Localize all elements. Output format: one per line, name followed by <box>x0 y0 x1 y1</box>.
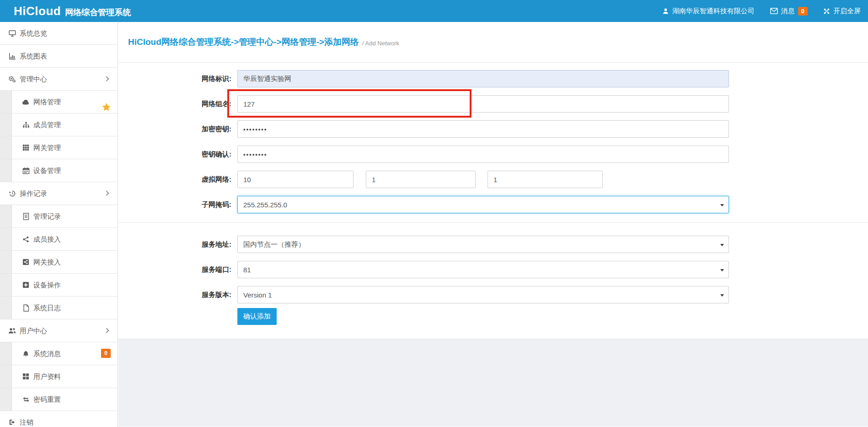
sidebar-item-label: 系统图表 <box>20 45 47 67</box>
service-version-select[interactable]: Version 1 <box>237 286 729 303</box>
fullscreen-icon <box>823 8 830 15</box>
sidebar-item-label: 网关管理 <box>33 136 61 159</box>
messages-count-badge: 0 <box>798 7 808 16</box>
key-confirm-label: 密钥确认: <box>118 150 231 159</box>
share-square-icon <box>22 259 30 265</box>
network-id-label: 网络标识: <box>118 75 231 83</box>
key-confirm-input[interactable] <box>237 146 729 163</box>
group-name-input[interactable] <box>237 95 729 113</box>
topbar: HiCloud 网络综合管理系统 湖南华辰智通科技有限公司 消息 0 开启全屏 <box>0 0 868 22</box>
envelope-icon <box>770 8 778 14</box>
sidebar-item-password-reset[interactable]: 密码重置 <box>0 388 118 411</box>
virtual-network-octet2-input[interactable] <box>366 171 476 188</box>
sidebar: 系统总览 系统图表 管理中心 网络管理 成员管理 网关管理 设备管理 操作记录 … <box>0 22 118 427</box>
sidebar-item-label: 系统日志 <box>33 297 61 319</box>
chevron-down-icon <box>720 204 724 206</box>
service-version-label: 服务版本: <box>118 291 231 299</box>
desktop-icon <box>8 30 16 37</box>
sidebar-item-label: 密码重置 <box>33 388 61 411</box>
share-icon <box>22 236 30 243</box>
service-port-select[interactable]: 81 <box>237 261 729 278</box>
app-logo: HiCloud 网络综合管理系统 <box>14 4 131 18</box>
sidebar-item-system-logs[interactable]: 系统日志 <box>0 297 118 319</box>
plus-square-icon <box>22 281 30 288</box>
service-address-label: 服务地址: <box>118 240 231 249</box>
messages-label: 消息 <box>781 7 795 16</box>
service-version-value: Version 1 <box>243 291 272 299</box>
sidebar-item-label: 用户中心 <box>20 319 47 342</box>
section-divider <box>118 222 868 223</box>
bell-icon <box>22 350 30 357</box>
sidebar-item-label: 设备操作 <box>33 274 61 296</box>
breadcrumb-suffix: / Add Network <box>362 38 399 47</box>
breadcrumb-path[interactable]: HiCloud网络综合管理系统->管理中心->网络管理->添加网络 <box>128 36 359 48</box>
sidebar-item-member-management[interactable]: 成员管理 <box>0 114 118 136</box>
group-name-label: 网络组名: <box>118 100 231 108</box>
sidebar-item-system-overview[interactable]: 系统总览 <box>0 22 118 45</box>
sidebar-item-label: 管理中心 <box>20 68 47 90</box>
brand-name: HiCloud <box>14 4 61 18</box>
sidebar-item-network-management[interactable]: 网络管理 <box>0 91 118 114</box>
sidebar-item-label: 系统总览 <box>20 22 47 44</box>
users-icon <box>8 327 16 334</box>
sidebar-item-label: 系统消息 <box>33 342 61 365</box>
subnet-mask-label: 子网掩码: <box>118 200 231 209</box>
sidebar-item-label: 网络管理 <box>33 91 61 113</box>
brand-subtitle: 网络综合管理系统 <box>65 7 131 18</box>
file-text-icon <box>22 213 30 220</box>
breadcrumb: HiCloud网络综合管理系统->管理中心->网络管理->添加网络 / Add … <box>118 22 868 63</box>
confirm-add-button[interactable]: 确认添加 <box>237 308 277 325</box>
account-menu[interactable]: 湖南华辰智通科技有限公司 <box>662 7 755 16</box>
main-content: HiCloud网络综合管理系统->管理中心->网络管理->添加网络 / Add … <box>118 22 868 427</box>
virtual-network-label: 虚拟网络: <box>118 175 231 184</box>
content-footer-area <box>118 339 868 427</box>
sidebar-item-admin-records[interactable]: 管理记录 <box>0 205 118 228</box>
sidebar-item-label: 操作记录 <box>20 182 47 205</box>
chevron-down-icon <box>720 269 724 271</box>
sidebar-item-gateway-management[interactable]: 网关管理 <box>0 136 118 159</box>
sidebar-item-label: 成员管理 <box>33 114 61 136</box>
sidebar-item-admin-center[interactable]: 管理中心 <box>0 68 118 91</box>
sidebar-item-operation-records[interactable]: 操作记录 <box>0 182 118 205</box>
sidebar-item-user-center[interactable]: 用户中心 <box>0 319 118 342</box>
network-id-input[interactable] <box>237 70 729 87</box>
subnet-mask-select[interactable]: 255.255.255.0 <box>237 196 729 213</box>
sidebar-item-device-management[interactable]: 设备管理 <box>0 159 118 182</box>
sidebar-item-gateway-access[interactable]: 网关接入 <box>0 251 118 274</box>
messages-count-badge: 0 <box>101 349 111 358</box>
sidebar-item-device-operations[interactable]: 设备操作 <box>0 274 118 297</box>
sitemap-icon <box>22 121 30 129</box>
file-icon <box>22 304 30 312</box>
retweet-icon <box>22 396 30 403</box>
add-network-form: 网络标识: 网络组名: 加密密钥: 密钥确认: 虚拟网络: <box>118 63 868 339</box>
fullscreen-toggle[interactable]: 开启全屏 <box>823 7 861 16</box>
chevron-right-icon <box>104 76 109 81</box>
sidebar-item-label: 管理记录 <box>33 205 61 227</box>
chevron-down-icon <box>720 244 724 246</box>
sign-out-icon <box>8 419 16 426</box>
calendar-icon <box>22 167 30 174</box>
sidebar-item-label: 网关接入 <box>33 251 61 273</box>
encrypt-key-input[interactable] <box>237 120 729 138</box>
service-port-label: 服务端口: <box>118 265 231 274</box>
virtual-network-octet1-input[interactable] <box>237 171 354 188</box>
company-name: 湖南华辰智通科技有限公司 <box>672 7 755 16</box>
virtual-network-octet3-input[interactable] <box>488 171 603 188</box>
sidebar-item-user-profile[interactable]: 用户资料 <box>0 365 118 388</box>
sidebar-item-system-charts[interactable]: 系统图表 <box>0 45 118 68</box>
messages-menu[interactable]: 消息 0 <box>770 7 808 16</box>
sidebar-item-logout[interactable]: 注销 <box>0 411 118 427</box>
chevron-right-icon <box>104 328 109 333</box>
sidebar-item-label: 用户资料 <box>33 365 61 388</box>
th-large-icon <box>22 373 30 380</box>
fullscreen-label: 开启全屏 <box>833 7 861 16</box>
grid-icon <box>22 144 30 151</box>
sidebar-item-system-messages[interactable]: 系统消息 0 <box>0 342 118 365</box>
chevron-right-icon <box>104 190 109 195</box>
subnet-mask-value: 255.255.255.0 <box>243 201 287 209</box>
bar-chart-icon <box>8 53 16 60</box>
sidebar-item-member-access[interactable]: 成员接入 <box>0 228 118 251</box>
sidebar-item-label: 成员接入 <box>33 228 61 250</box>
service-address-select[interactable]: 国内节点一（推荐） <box>237 236 729 253</box>
cloud-icon <box>22 99 30 105</box>
